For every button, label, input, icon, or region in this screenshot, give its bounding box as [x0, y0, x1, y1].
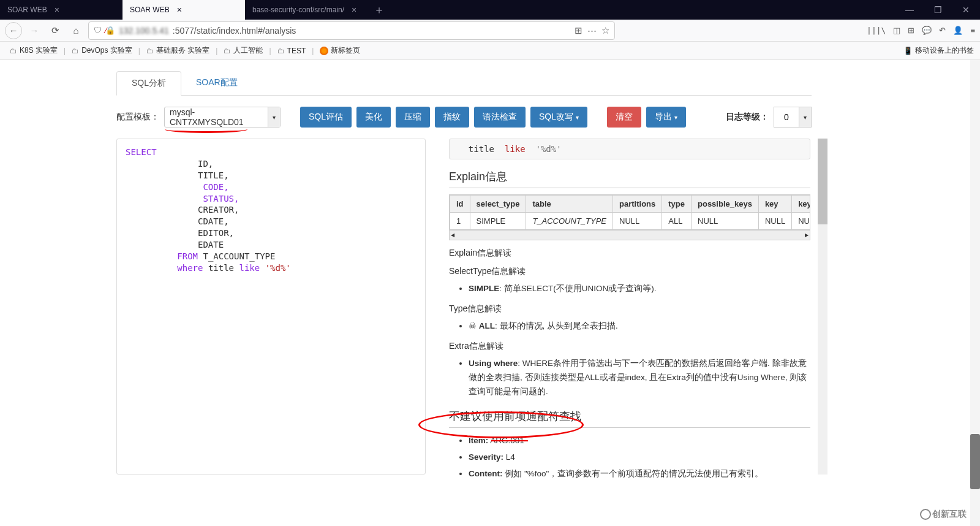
- explain-title: Explain信息: [449, 169, 810, 188]
- compress-button[interactable]: 压缩: [396, 107, 430, 128]
- table-header: partitions: [613, 196, 662, 213]
- home-button[interactable]: ⌂: [67, 22, 85, 39]
- close-icon[interactable]: ×: [349, 5, 359, 15]
- new-tab-button[interactable]: ＋: [368, 2, 391, 17]
- qr-icon[interactable]: ⊞: [575, 25, 582, 36]
- grid-icon[interactable]: ⊞: [908, 26, 914, 35]
- folder-icon: 🗀: [224, 47, 231, 55]
- close-window-button[interactable]: ✕: [952, 0, 980, 20]
- explain-table: id select_type table partitions type pos…: [449, 194, 810, 231]
- tab-sql-analysis[interactable]: SQL分析: [116, 71, 181, 96]
- loglevel-stepper[interactable]: ▾: [774, 107, 812, 128]
- sql-col: CDATE,: [198, 216, 229, 226]
- browser-tab[interactable]: SOAR WEB ×: [123, 0, 245, 20]
- clear-button[interactable]: 清空: [607, 107, 641, 128]
- url-path: :5077/static/index.html#/analysis: [173, 26, 296, 36]
- sql-evaluate-button[interactable]: SQL评估: [300, 107, 352, 128]
- close-icon[interactable]: ×: [175, 5, 184, 15]
- list-item: Content: 例如 "%foo"，查询参数有一个前项通配符的情况无法使用已有…: [469, 467, 810, 481]
- bookmark-label: 人工智能: [233, 45, 263, 56]
- sidebar-icon[interactable]: ◫: [893, 26, 900, 35]
- bookmark-item[interactable]: 新标签页: [316, 44, 364, 57]
- button-label: 导出: [655, 112, 672, 123]
- table-header-row: id select_type table partitions type pos…: [450, 196, 811, 213]
- list-item: Using where: WHERE条件用于筛选出与下一个表匹配的数据然后返回给…: [469, 357, 810, 399]
- table-cell: NULL: [792, 213, 810, 230]
- sql-rewrite-button[interactable]: SQL改写▾: [530, 107, 587, 128]
- sql-keyword: where: [177, 263, 203, 273]
- tab-label: SOAR WEB: [7, 6, 47, 14]
- table-cell: 1: [450, 213, 470, 230]
- loglevel-input[interactable]: [774, 107, 799, 128]
- export-button[interactable]: 导出▾: [646, 107, 686, 128]
- sql-editor[interactable]: SELECT ID, TITLE, CODE, STATUS, CREATOR,…: [116, 139, 426, 475]
- maximize-button[interactable]: ❐: [924, 0, 952, 20]
- bookmark-folder[interactable]: 🗀K8S 实验室: [6, 44, 61, 57]
- browser-titlebar: SOAR WEB × SOAR WEB × base-security-conf…: [0, 0, 980, 20]
- folder-icon: 🗀: [72, 47, 79, 55]
- profile-icon[interactable]: 👤: [953, 26, 963, 35]
- bookmarks-bar: 🗀K8S 实验室 | 🗀DevOps 实验室 | 🗀基础服务 实验室 | 🗀人工…: [0, 42, 980, 60]
- close-icon[interactable]: ×: [52, 5, 62, 15]
- fingerprint-button[interactable]: 指纹: [435, 107, 469, 128]
- watermark-text: 创新互联: [932, 509, 967, 520]
- scrollbar-thumb[interactable]: [970, 434, 980, 489]
- scrollbar-vertical[interactable]: [818, 139, 827, 475]
- results-panel: title like '%d%' Explain信息 id select_typ…: [449, 139, 810, 484]
- scrollbar-thumb[interactable]: [818, 139, 827, 224]
- beautify-button[interactable]: 美化: [356, 107, 391, 128]
- table-header: key: [758, 196, 791, 213]
- sql-col: CODE,: [203, 182, 228, 192]
- menu-icon[interactable]: ≡: [970, 26, 975, 35]
- code-token: like: [505, 144, 526, 154]
- sql-col: EDATE: [198, 240, 224, 250]
- chevron-down-icon: ▾: [576, 114, 579, 121]
- minimize-button[interactable]: ―: [895, 0, 924, 20]
- scrollbar-horizontal[interactable]: [449, 231, 810, 240]
- chevron-down-icon[interactable]: ▾: [799, 107, 812, 128]
- sql-keyword: SELECT: [126, 147, 157, 157]
- tab-soar-config[interactable]: SOAR配置: [181, 71, 252, 95]
- table-header: table: [526, 196, 613, 213]
- bookmark-folder[interactable]: 🗀TEST: [274, 45, 310, 56]
- syntax-check-button[interactable]: 语法检查: [474, 107, 526, 128]
- table-cell: NULL: [758, 213, 791, 230]
- bookmark-folder[interactable]: 🗀人工智能: [220, 44, 266, 57]
- browser-tab[interactable]: base-security-conf/src/main/ ×: [245, 0, 368, 20]
- mobile-bookmarks[interactable]: 📱移动设备上的书签: [903, 45, 974, 56]
- back-button[interactable]: ←: [5, 22, 22, 39]
- chevron-down-icon: ▾: [674, 114, 677, 121]
- table-header: key_len: [792, 196, 810, 213]
- address-bar[interactable]: 🛡 🔒⁄ 132.100.5.41 :5077/static/index.htm…: [88, 21, 615, 40]
- template-select[interactable]: mysql-CNT7XMYSQLD01 ▾: [164, 107, 281, 128]
- folder-icon: 🗀: [146, 47, 154, 55]
- table-cell: NULL: [692, 213, 759, 230]
- sql-col: STATUS,: [203, 194, 239, 204]
- bookmark-folder[interactable]: 🗀DevOps 实验室: [68, 44, 136, 57]
- star-icon[interactable]: ☆: [601, 25, 609, 36]
- sql-col: TITLE,: [198, 170, 229, 180]
- tab-label: base-security-conf/src/main/: [252, 6, 344, 14]
- code-token: '%d%': [535, 144, 561, 154]
- chevron-down-icon[interactable]: ▾: [268, 107, 280, 127]
- library-icon[interactable]: |||\: [867, 26, 886, 35]
- bookmark-label: K8S 实验室: [20, 45, 58, 56]
- annotation-underline: [165, 126, 247, 133]
- chat-icon[interactable]: 💬: [922, 26, 932, 35]
- page-scrollbar-vertical[interactable]: [970, 60, 980, 526]
- table-cell: T_ACCOUNT_TYPE: [526, 213, 613, 230]
- table-header: type: [662, 196, 692, 213]
- bookmark-folder[interactable]: 🗀基础服务 实验室: [143, 44, 213, 57]
- reload-button[interactable]: ⟳: [47, 22, 64, 39]
- sql-col: CREATOR,: [198, 205, 239, 215]
- undo-icon[interactable]: ↶: [939, 26, 946, 35]
- sql-table: T_ACCOUNT_TYPE: [203, 251, 275, 261]
- sql-col: title: [208, 263, 234, 273]
- bookmark-label: DevOps 实验室: [81, 45, 132, 56]
- forward-button[interactable]: →: [26, 22, 43, 39]
- browser-tab[interactable]: SOAR WEB ×: [0, 0, 123, 20]
- table-header: possible_keys: [692, 196, 759, 213]
- more-icon[interactable]: ⋯: [587, 25, 597, 36]
- app-content: SQL分析 SOAR配置 配置模板： mysql-CNT7XMYSQLD01 ▾…: [0, 60, 980, 526]
- template-label: 配置模板：: [116, 112, 159, 123]
